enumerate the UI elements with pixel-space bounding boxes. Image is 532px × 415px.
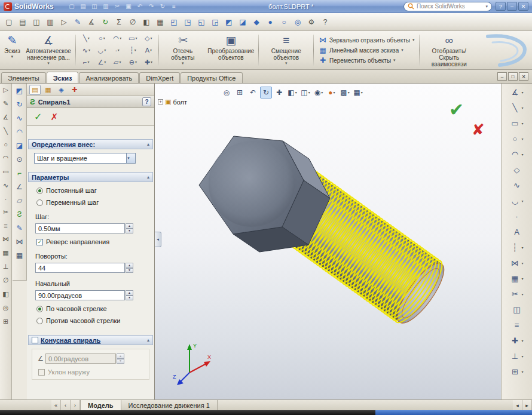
revolved-boss-icon[interactable]: ↻ (16, 100, 22, 109)
chevron-down-icon[interactable]: ▼ (126, 153, 135, 163)
taper-helix-checkbox[interactable]: ✓ (32, 337, 38, 343)
mass-properties-icon[interactable]: ▦ (154, 16, 166, 28)
edit-appearance-icon[interactable]: ● ▾ (326, 87, 338, 99)
tab-dimxpert[interactable]: DimXpert (139, 72, 180, 83)
tab-evaluate[interactable]: Анализировать (79, 72, 139, 83)
start-angle-input[interactable]: 90.00градусов (35, 290, 125, 300)
smart-dimension-icon[interactable]: ∡ (85, 16, 97, 28)
open-document-icon[interactable]: ▤ (17, 16, 29, 28)
move-entities-icon[interactable]: ✚ ▾ (510, 334, 523, 347)
sketch-polygon-icon[interactable]: ◇ (512, 164, 522, 176)
section-defined-by[interactable]: Определения внес: ▴ (28, 139, 153, 149)
select-icon[interactable]: ▷ (58, 16, 70, 28)
undo-icon[interactable]: ↶ (135, 2, 145, 11)
convert-entities-icon[interactable]: ◫ (512, 303, 522, 316)
copy-icon[interactable]: ▣ (124, 2, 133, 11)
extruded-boss-icon[interactable]: ◩ (16, 87, 23, 95)
reverse-direction-checkbox[interactable]: ✓ Реверс направления (27, 233, 154, 245)
dimension-tool-icon[interactable]: ∡ (3, 113, 9, 121)
offset-entities-icon[interactable]: ≡ (512, 319, 522, 331)
pattern-feature-icon[interactable]: ▦ (16, 251, 23, 260)
select-tool-icon[interactable]: ▷ (3, 86, 8, 94)
section-taper-helix[interactable]: ✓ Конусная спираль ▴ (28, 335, 153, 345)
help-icon[interactable]: ? (319, 16, 331, 28)
collapse-chevron-icon[interactable]: ▴ (147, 142, 149, 147)
tab-scroll-left-button[interactable]: ‹ (61, 400, 71, 410)
pitch-input[interactable]: 0.50мм (35, 223, 125, 233)
circle-tool-icon[interactable]: ○ (4, 141, 8, 148)
bolt-head[interactable] (199, 136, 330, 252)
redo-icon[interactable]: ↷ (146, 2, 156, 11)
chamfer-icon[interactable]: ∠▾ (94, 56, 109, 68)
constant-pitch-radio[interactable]: Постоянный шаг (27, 182, 154, 194)
tab-scroll-right-button[interactable]: › (71, 400, 80, 410)
cancel-button[interactable]: ✗ (50, 112, 58, 122)
tab-scroll-first-button[interactable]: « (51, 400, 61, 410)
zoom-tool-icon[interactable]: ◎ (3, 304, 9, 312)
tab-sketch[interactable]: Эскиз (47, 72, 79, 83)
offset-tool-icon[interactable]: ≡ (4, 222, 7, 229)
sketch-ellipse-icon[interactable]: ◡ ▾ (510, 195, 523, 207)
doc-close-button[interactable]: ✕ (519, 72, 528, 81)
panel-collapse-handle[interactable]: ◂ (155, 232, 161, 247)
collapse-chevron-icon[interactable]: ▴ (147, 174, 149, 180)
smart-dimension-icon[interactable]: ∡ ▾ (510, 86, 523, 99)
tab-office[interactable]: Продукты Office (181, 72, 242, 83)
pitch-spinner[interactable]: ▲ ▼ (126, 223, 133, 233)
view-top-icon[interactable]: ◩ (223, 16, 235, 28)
expand-icon[interactable]: + (158, 99, 163, 104)
view-front-icon[interactable]: ◰ (168, 16, 180, 28)
clockwise-radio[interactable]: По часовой стрелке (27, 300, 154, 312)
relations-tool-icon[interactable]: ⊥ (3, 263, 9, 270)
spinner-down-icon[interactable]: ▼ (126, 268, 133, 273)
mirror-entities-button[interactable]: ⋈ Зеркально отразить объекты ▾ (319, 36, 414, 44)
sketch-rectangle-icon[interactable]: ▭ ▾ (510, 117, 523, 130)
spinner-up-icon[interactable]: ▲ (126, 290, 133, 296)
sketch-tool-icon[interactable]: ✎ (3, 100, 8, 107)
display-manager-tab[interactable]: ✚ (69, 85, 80, 95)
circle-icon[interactable]: ○▾ (94, 32, 109, 44)
chevron-down-icon[interactable]: ▾ (485, 4, 488, 9)
fillet-icon[interactable]: ⌐ (17, 169, 22, 177)
doc-minimize-button[interactable]: – (497, 72, 507, 81)
sketch-arc-icon[interactable]: ◠ ▾ (510, 148, 523, 161)
spinner-up-icon[interactable]: ▲ (126, 223, 133, 229)
standard-views-icon[interactable]: ◧ ▾ (286, 87, 298, 99)
variable-pitch-radio[interactable]: Переменный шаг (27, 194, 154, 206)
rebuild-icon[interactable]: ↻ (158, 2, 167, 11)
mirror-tool-icon[interactable]: ⋈ (2, 235, 9, 243)
save-document-icon[interactable]: ◫ (30, 16, 42, 28)
previous-view-icon[interactable]: ↶ (247, 87, 259, 99)
reference-plane-icon[interactable]: ▱ (17, 196, 22, 205)
slot-icon[interactable]: ⊖▾ (125, 56, 140, 68)
centerline-icon[interactable]: ┆▾ (125, 44, 140, 56)
mirror-entities-icon[interactable]: ⋈ ▾ (510, 257, 523, 269)
sketch-circle-icon[interactable]: ○ ▾ (510, 133, 523, 145)
measure-tool-icon[interactable]: ∅ (3, 276, 9, 284)
line-tool-icon[interactable]: ╲ (4, 127, 8, 135)
pattern-tool-icon[interactable]: ▦ (2, 249, 8, 257)
sketch-spline-icon[interactable]: ∿ (512, 179, 522, 192)
helix-spiral-icon[interactable]: Ƨ (17, 210, 22, 219)
collapse-chevron-icon[interactable]: ▴ (147, 337, 149, 343)
view-isometric-icon[interactable]: ◆ (250, 16, 262, 28)
close-button[interactable]: ✕ (518, 2, 528, 11)
text-icon[interactable]: A▾ (140, 44, 156, 56)
spline-icon[interactable]: ∿▾ (78, 44, 94, 56)
mirror-feature-icon[interactable]: ⋈ (16, 238, 23, 246)
help-button[interactable]: ? (142, 97, 151, 106)
feature-tree-root[interactable]: + ▣ болт (158, 98, 187, 106)
measure-icon[interactable]: ∅ (127, 16, 139, 28)
display-relations-icon[interactable]: ⊥ ▾ (510, 350, 523, 362)
tab-model[interactable]: Модель (80, 400, 121, 410)
section-parameters[interactable]: Параметры ▴ (28, 172, 153, 182)
lofted-boss-icon[interactable]: ◠ (16, 128, 22, 136)
sketch-icon[interactable]: ✎ (72, 16, 84, 28)
trim-entities-button[interactable]: ✂ Отсечь объекты ▾ (161, 32, 204, 68)
pan-icon[interactable]: ✚ (273, 87, 285, 99)
help-button[interactable]: ? (496, 2, 506, 11)
view-left-icon[interactable]: ◱ (195, 16, 207, 28)
section-view-icon[interactable]: ◧ (140, 16, 152, 28)
offset-entities-button[interactable]: ≡ Смещение объектов ▾ (261, 32, 311, 68)
point-icon[interactable]: ∙▾ (109, 44, 125, 56)
